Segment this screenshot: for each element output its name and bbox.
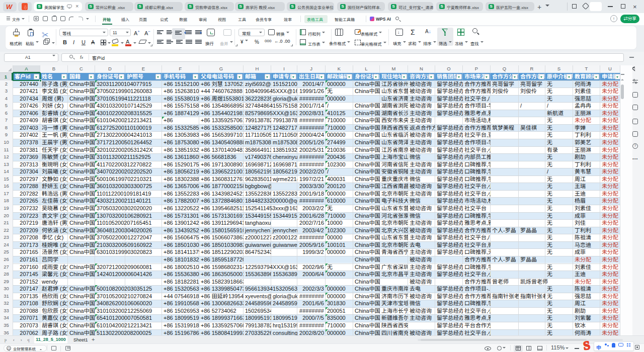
svg-text:S: S bbox=[582, 339, 591, 352]
